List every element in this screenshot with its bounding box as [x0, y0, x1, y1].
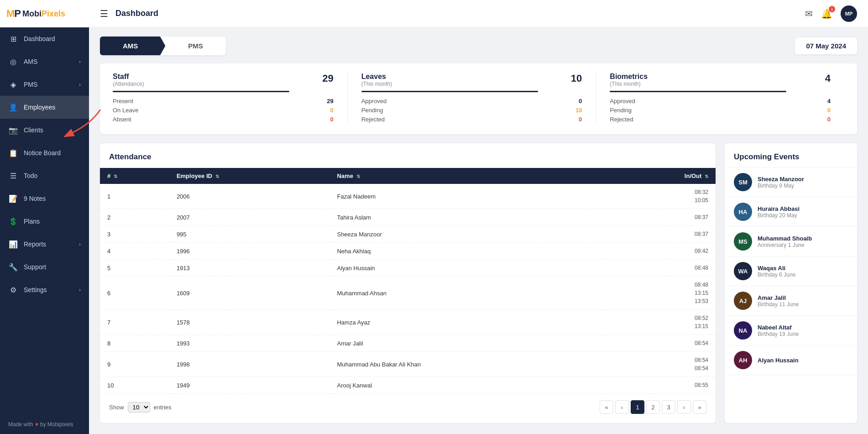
- cell-emp-id: 995: [169, 226, 330, 243]
- sidebar-item-label: Notice Board: [24, 149, 61, 157]
- todo-icon: ☰: [8, 171, 18, 181]
- tab-pms[interactable]: PMS: [165, 37, 226, 55]
- pms-icon: ◈: [8, 79, 18, 89]
- last-page-button[interactable]: »: [693, 400, 706, 414]
- cell-inout: 08:48: [607, 260, 716, 277]
- event-item: NA Nabeel Altaf Birthday 19 June: [725, 316, 857, 345]
- stat-row: Pending 10: [361, 107, 582, 114]
- user-avatar[interactable]: MP: [841, 5, 857, 22]
- sidebar-item-pms[interactable]: ◈ PMS ›: [0, 73, 89, 96]
- stat-row: Approved 0: [361, 98, 582, 105]
- stat-row: On Leave 0: [113, 107, 334, 114]
- event-info: Huraira Abbasi Birthday 20 May: [758, 205, 848, 219]
- event-date: Birthday 9 May: [758, 183, 848, 189]
- dashboard-icon: ⊞: [8, 34, 18, 44]
- cell-num: 3: [100, 226, 169, 243]
- footer-text: Made with: [8, 421, 33, 428]
- sidebar-item-dashboard[interactable]: ⊞ Dashboard: [0, 27, 89, 50]
- cell-num: 6: [100, 277, 169, 310]
- chevron-right-icon: ›: [79, 241, 81, 247]
- cell-num: 4: [100, 243, 169, 260]
- next-page-button[interactable]: ›: [677, 400, 691, 414]
- sidebar-item-employees[interactable]: 👤 Employees: [0, 96, 89, 119]
- event-item: AH Alyan Hussain: [725, 345, 857, 375]
- support-icon: 🔧: [8, 262, 18, 272]
- mail-icon-button[interactable]: ✉: [805, 8, 813, 19]
- tab-ams[interactable]: AMS: [100, 37, 165, 55]
- page-button-1[interactable]: 1: [631, 400, 644, 414]
- cell-emp-id: 1609: [169, 277, 330, 310]
- settings-icon: ⚙: [8, 285, 18, 295]
- entries-label: entries: [154, 404, 172, 411]
- event-avatar: SM: [734, 173, 752, 191]
- stat-row: Pending 0: [610, 107, 831, 114]
- col-emp-id[interactable]: Employee ID ⇅: [169, 168, 330, 184]
- staff-header: Staff (Attendance) 29: [113, 73, 334, 87]
- sidebar-item-clients[interactable]: 📷 Clients: [0, 119, 89, 141]
- cell-num: 7: [100, 310, 169, 335]
- table-footer: Show 10 25 50 entries « ‹ 1 2 3: [100, 394, 716, 414]
- event-avatar: MS: [734, 232, 752, 251]
- table-row: 6 1609 Muhammad Ahsan 08:4813:1513:53: [100, 277, 716, 310]
- stat-value: 0: [330, 107, 333, 114]
- event-date: Birthday 11 June: [758, 301, 848, 308]
- stat-row: Rejected 0: [610, 116, 831, 123]
- sidebar-item-label: Employees: [24, 104, 55, 111]
- cell-inout: 08:3210:05: [607, 184, 716, 209]
- chevron-right-icon: ›: [79, 287, 81, 293]
- sidebar-item-reports[interactable]: 📊 Reports ›: [0, 233, 89, 256]
- entries-select[interactable]: 10 25 50: [128, 402, 150, 413]
- sidebar-item-label: Reports: [24, 241, 46, 248]
- stat-row: Approved 4: [610, 98, 831, 105]
- menu-toggle-button[interactable]: ☰: [100, 8, 108, 19]
- stat-value: 10: [575, 107, 582, 114]
- col-inout[interactable]: In/Out ⇅: [607, 168, 716, 184]
- page-button-3[interactable]: 3: [662, 400, 675, 414]
- event-item: MS Muhammad Shoaib Anniversary 1 June: [725, 227, 857, 256]
- cell-emp-id: 1998: [169, 352, 330, 377]
- sidebar-item-todo[interactable]: ☰ Todo: [0, 164, 89, 187]
- logo-brand: MobiPixels: [22, 9, 65, 19]
- first-page-button[interactable]: «: [600, 400, 613, 414]
- table-wrapper: # ⇅ Employee ID ⇅ Name ⇅ In/Out ⇅ 1 2006…: [100, 168, 716, 394]
- leaves-divider: [361, 91, 538, 92]
- attendance-table: # ⇅ Employee ID ⇅ Name ⇅ In/Out ⇅ 1 2006…: [100, 168, 716, 394]
- notification-badge: 1: [829, 6, 835, 12]
- cell-name: Alyan Hussain: [329, 260, 607, 277]
- event-item: WA Waqas Ali Birthday 6 June: [725, 256, 857, 286]
- sidebar-item-plans[interactable]: 💲 Plans: [0, 210, 89, 233]
- prev-page-button[interactable]: ‹: [615, 400, 629, 414]
- cell-name: Arooj Kanwal: [329, 377, 607, 394]
- col-name[interactable]: Name ⇅: [329, 168, 607, 184]
- event-avatar: AH: [734, 351, 752, 369]
- cell-name: Muhammad Abu Bakar Ali Khan: [329, 352, 607, 377]
- event-date: Birthday 6 June: [758, 272, 848, 278]
- event-name: Huraira Abbasi: [758, 205, 848, 212]
- ams-icon: ◎: [8, 57, 18, 67]
- event-name: Sheeza Manzoor: [758, 176, 848, 183]
- cell-num: 2: [100, 209, 169, 226]
- sidebar-item-label: Plans: [24, 218, 40, 225]
- cell-emp-id: 1949: [169, 377, 330, 394]
- notes-icon: 📝: [8, 193, 18, 204]
- footer-brand: by Mobipixels: [40, 421, 73, 428]
- stat-value: 0: [579, 116, 582, 123]
- biometrics-header: Biometrics (This month) 4: [610, 73, 831, 87]
- cell-inout: 08:37: [607, 209, 716, 226]
- biometrics-stats: Biometrics (This month) 4 Approved 4 Pen…: [596, 73, 844, 125]
- sidebar-item-notice-board[interactable]: 📋 Notice Board: [0, 141, 89, 164]
- notification-icon-button[interactable]: 🔔 1: [821, 8, 832, 19]
- sidebar-item-ams[interactable]: ◎ AMS ›: [0, 50, 89, 73]
- event-avatar: WA: [734, 262, 752, 280]
- sidebar-item-label: Clients: [24, 126, 43, 134]
- event-name: Muhammad Shoaib: [758, 235, 848, 242]
- sidebar-item-settings[interactable]: ⚙ Settings ›: [0, 278, 89, 301]
- sidebar-footer: Made with ♥ by Mobipixels: [0, 415, 89, 434]
- event-info: Muhammad Shoaib Anniversary 1 June: [758, 235, 848, 248]
- cell-name: Muhammad Ahsan: [329, 277, 607, 310]
- staff-stats: Staff (Attendance) 29 Present 29 On Leav…: [113, 73, 347, 125]
- page-button-2[interactable]: 2: [646, 400, 660, 414]
- sidebar-item-notes[interactable]: 📝 9 Notes: [0, 187, 89, 210]
- sidebar-item-support[interactable]: 🔧 Support: [0, 256, 89, 278]
- leaves-subtitle: (This month): [361, 81, 392, 87]
